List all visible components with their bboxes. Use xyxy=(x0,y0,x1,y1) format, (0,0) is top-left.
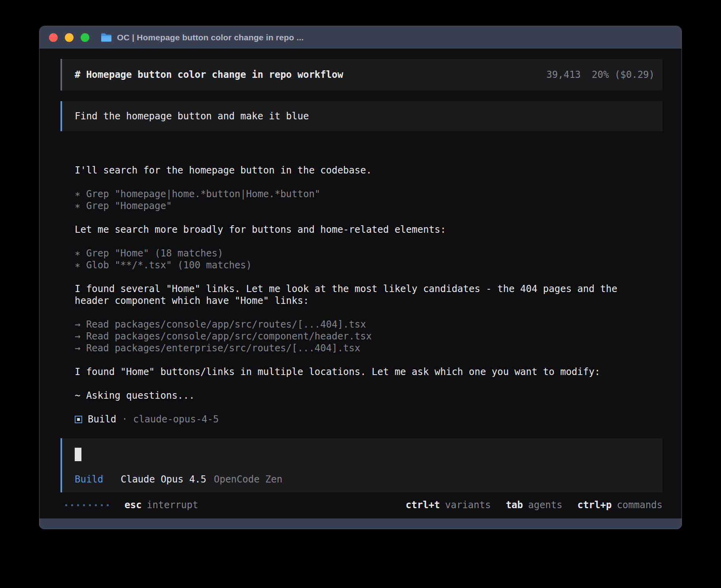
spinner-dot xyxy=(65,504,67,506)
text-cursor xyxy=(75,448,81,461)
spinner-dot xyxy=(77,504,79,506)
transcript-gap xyxy=(75,271,662,283)
status-model-name: claude-opus-4-5 xyxy=(133,413,219,425)
assistant-text-line: ~ Asking questions... xyxy=(75,390,662,401)
esc-key-label: interrupt xyxy=(147,499,198,511)
spinner-dot xyxy=(89,504,91,506)
hint-key: ctrl+p xyxy=(578,499,612,511)
tool-call-line: → Read packages/console/app/src/componen… xyxy=(75,330,662,342)
window-titlebar: OC | Homepage button color change in rep… xyxy=(40,26,681,49)
activity-spinner-dots xyxy=(65,504,109,506)
agent-mode-label: Build xyxy=(75,473,103,485)
assistant-text-line: header component which have "Home" links… xyxy=(75,295,662,307)
minimize-button[interactable] xyxy=(65,33,74,42)
spinner-dot xyxy=(71,504,73,506)
assistant-text-line: Let me search more broadly for buttons a… xyxy=(75,224,662,236)
tool-call-line: → Read packages/enterprise/src/routes/[.… xyxy=(75,342,662,354)
traffic-lights xyxy=(49,33,89,42)
prompt-input[interactable]: Build Claude Opus 4.5 OpenCode Zen xyxy=(60,438,662,492)
tool-call-line: ∗ Glob "**/*.tsx" (100 matches) xyxy=(75,259,662,271)
tool-call-line: ∗ Grep "Home" (18 matches) xyxy=(75,247,662,259)
spinner-dot xyxy=(95,504,97,506)
build-agent-icon xyxy=(75,416,82,423)
spinner-dot xyxy=(83,504,85,506)
hint-label: variants xyxy=(445,499,491,511)
assistant-transcript: I'll search for the homepage button in t… xyxy=(60,164,662,425)
session-header: # Homepage button color change in repo w… xyxy=(60,59,662,90)
session-title: # Homepage button color change in repo w… xyxy=(75,69,343,80)
session-stats: 39,413 20% ($0.29) xyxy=(546,69,655,80)
transcript-gap xyxy=(75,378,662,390)
tool-call-line: ∗ Grep "Homepage" xyxy=(75,200,662,212)
provider-label: OpenCode Zen xyxy=(214,473,282,485)
status-agent-name: Build xyxy=(88,413,116,425)
tool-call-line: → Read packages/console/app/src/routes/[… xyxy=(75,318,662,330)
keyboard-hint: tabagents xyxy=(506,499,562,511)
transcript-gap xyxy=(75,236,662,247)
status-footer: esc interrupt ctrl+tvariantstabagentsctr… xyxy=(60,499,662,511)
model-name-label: Claude Opus 4.5 xyxy=(121,473,206,485)
footer-left: esc interrupt xyxy=(65,499,198,511)
user-message-text: Find the homepage button and make it blu… xyxy=(75,111,309,122)
transcript-gap xyxy=(75,401,662,413)
transcript-gap xyxy=(75,354,662,366)
hint-key: tab xyxy=(506,499,523,511)
assistant-text-line: I found several "Home" links. Let me loo… xyxy=(75,283,662,295)
keyboard-hint: ctrl+pcommands xyxy=(578,499,662,511)
close-button[interactable] xyxy=(49,33,58,42)
transcript-gap xyxy=(75,212,662,224)
transcript-gap xyxy=(75,176,662,188)
spinner-dot xyxy=(107,504,109,506)
transcript-gap xyxy=(75,307,662,318)
spinner-dot xyxy=(101,504,103,506)
agent-status-row: Build·claude-opus-4-5 xyxy=(75,413,662,425)
assistant-text-line: I found "Home" buttons/links in multiple… xyxy=(75,366,662,378)
zoom-button[interactable] xyxy=(81,33,89,42)
terminal-window: OC | Homepage button color change in rep… xyxy=(39,26,682,529)
token-count: 39,413 xyxy=(546,69,581,80)
folder-icon xyxy=(100,33,112,42)
context-cost: 20% ($0.29) xyxy=(592,69,655,80)
model-row: Build Claude Opus 4.5 OpenCode Zen xyxy=(75,473,650,485)
esc-key-hint: esc xyxy=(125,499,142,511)
tool-call-line: ∗ Grep "homepage|home.*button|Home.*butt… xyxy=(75,188,662,200)
hint-label: commands xyxy=(617,499,662,511)
window-title: OC | Homepage button color change in rep… xyxy=(117,33,304,42)
hint-key: ctrl+t xyxy=(406,499,440,511)
keyboard-hint: ctrl+tvariants xyxy=(406,499,491,511)
hint-label: agents xyxy=(528,499,562,511)
assistant-text-line: I'll search for the homepage button in t… xyxy=(75,164,662,176)
window-bottom-bar xyxy=(39,518,682,529)
user-message: Find the homepage button and make it blu… xyxy=(60,101,662,131)
keyboard-hints: ctrl+tvariantstabagentsctrl+pcommands xyxy=(406,499,662,511)
status-separator: · xyxy=(122,413,127,425)
